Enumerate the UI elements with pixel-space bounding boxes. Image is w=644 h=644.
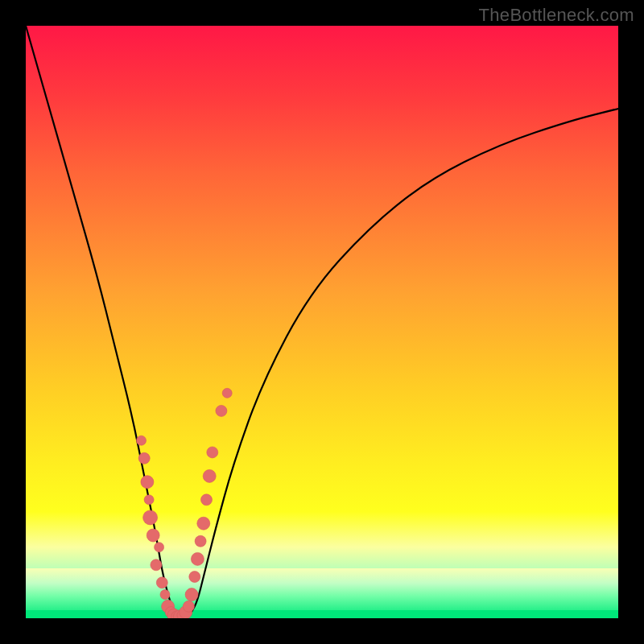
scatter-dot — [180, 606, 192, 618]
chart-svg — [26, 26, 618, 618]
scatter-dot — [183, 601, 194, 612]
green-baseline — [26, 610, 618, 618]
scatter-dot — [185, 588, 198, 601]
plot-area — [26, 26, 618, 618]
scatter-dot — [222, 388, 232, 398]
scatter-dot — [162, 600, 175, 613]
scatter-dot — [144, 495, 154, 505]
scatter-dot — [156, 577, 167, 588]
scatter-dots — [137, 388, 233, 618]
scatter-dot — [137, 436, 147, 445]
chart-frame: TheBottleneck.com — [0, 0, 644, 644]
scatter-dot — [147, 529, 159, 542]
scatter-dot — [216, 405, 227, 416]
scatter-dot — [141, 476, 154, 489]
scatter-dot — [160, 590, 170, 600]
scatter-dot — [171, 611, 183, 618]
watermark-label: TheBottleneck.com — [479, 5, 634, 26]
scatter-dot — [173, 610, 186, 618]
scatter-dot — [177, 609, 188, 618]
scatter-dot — [197, 517, 210, 530]
scatter-dot — [203, 469, 216, 482]
scatter-dot — [138, 452, 150, 464]
scatter-dot — [189, 572, 200, 583]
scatter-dot — [167, 609, 180, 618]
scatter-dot — [191, 552, 204, 565]
bottleneck-curve — [26, 26, 618, 618]
scatter-dot — [165, 607, 176, 618]
scatter-dot — [143, 510, 158, 525]
scatter-dot — [195, 535, 206, 547]
scatter-dot — [151, 559, 162, 571]
scatter-dot — [207, 447, 218, 458]
scatter-dot — [201, 494, 213, 506]
scatter-dot — [155, 543, 164, 552]
gradient-band — [26, 568, 618, 618]
